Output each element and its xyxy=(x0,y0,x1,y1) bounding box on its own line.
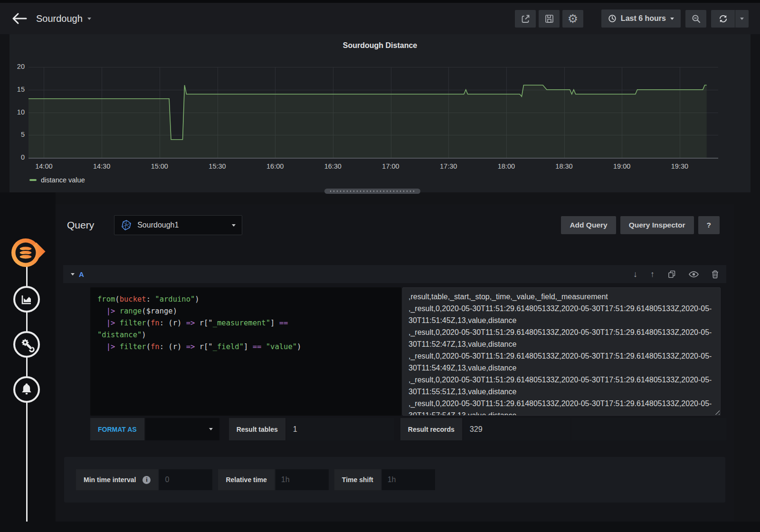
format-row-filler xyxy=(571,418,726,440)
eye-icon xyxy=(689,271,699,278)
x-axis-tick-label: 14:30 xyxy=(93,162,110,170)
y-gridline xyxy=(28,158,718,159)
refresh-interval-dropdown[interactable] xyxy=(735,10,749,28)
chevron-down-icon xyxy=(670,18,674,20)
series-area-fill xyxy=(28,85,707,158)
relative-time-group: Relative time xyxy=(218,469,328,490)
share-icon xyxy=(520,13,531,24)
relative-time-label: Relative time xyxy=(218,469,274,490)
tab-alert[interactable] xyxy=(13,376,40,403)
tab-queries[interactable] xyxy=(10,237,47,269)
panel-resize-handle[interactable] xyxy=(324,189,420,194)
x-axis-tick-label: 14:00 xyxy=(35,162,52,170)
legend-label: distance value xyxy=(41,176,85,184)
area-chart-icon xyxy=(19,292,34,307)
query-header: Query Sourdough1 Add Query Query Inspect… xyxy=(56,204,734,246)
chevron-down-icon xyxy=(232,224,236,227)
back-button[interactable] xyxy=(11,12,28,25)
query-heading: Query xyxy=(67,219,94,231)
chevron-down-icon xyxy=(740,18,744,20)
query-row-a: A ↓ ↑ xyxy=(63,265,726,440)
y-axis-labels: 05101520 xyxy=(10,67,25,158)
min-time-interval-group: Min time interval i xyxy=(76,469,212,490)
add-query-button[interactable]: Add Query xyxy=(561,216,616,234)
x-axis-tick-label: 15:30 xyxy=(209,162,226,170)
chevron-down-icon xyxy=(87,18,91,20)
dashboard-settings-button[interactable]: ⚙ xyxy=(562,10,583,28)
query-editor-region: Query Sourdough1 Add Query Query Inspect… xyxy=(56,204,734,522)
x-axis-tick-label: 18:00 xyxy=(498,162,515,170)
x-axis-tick-label: 19:00 xyxy=(613,162,630,170)
time-range-picker[interactable]: Last 6 hours xyxy=(601,10,681,28)
copy-icon xyxy=(667,270,676,278)
move-query-up-button[interactable]: ↑ xyxy=(650,269,655,279)
plot-area[interactable] xyxy=(28,67,718,158)
min-time-interval-label: Min time interval i xyxy=(76,469,158,490)
refresh-button[interactable] xyxy=(711,10,735,28)
collapse-caret-icon xyxy=(71,273,75,276)
share-button[interactable] xyxy=(515,10,536,28)
database-icon xyxy=(10,237,47,269)
time-shift-group: Time shift xyxy=(334,469,435,490)
time-range-label: Last 6 hours xyxy=(621,14,666,23)
x-axis-labels: 14:0014:3015:0015:3016:0016:3017:0017:30… xyxy=(28,162,718,172)
x-axis-tick-label: 17:30 xyxy=(440,162,457,170)
save-icon xyxy=(544,13,554,24)
format-as-select[interactable] xyxy=(145,418,219,440)
x-axis-tick-label: 18:30 xyxy=(555,162,572,170)
window-bottom-strip xyxy=(0,522,760,532)
code-line: |> filter(fn: (r) => r["_measurement"] =… xyxy=(97,317,394,329)
gear-icon: ⚙ xyxy=(568,13,578,25)
query-result-wrap xyxy=(402,287,721,416)
delete-query-button[interactable] xyxy=(712,270,719,278)
code-line: |> filter(fn: (r) => r["_field"] == "val… xyxy=(97,341,394,353)
info-icon[interactable]: i xyxy=(142,476,151,484)
duplicate-query-button[interactable] xyxy=(667,270,676,278)
panel-editor-rail xyxy=(0,192,56,532)
query-inspector-button[interactable]: Query Inspector xyxy=(620,216,694,234)
code-line: from(bucket: "arduino") xyxy=(97,294,394,305)
dashboard-title-menu[interactable]: Sourdough xyxy=(36,13,91,24)
dashboard-title: Sourdough xyxy=(36,13,83,24)
result-records-value: 329 xyxy=(463,418,570,440)
code-line: |> range($range) xyxy=(97,305,394,317)
arrow-down-icon: ↓ xyxy=(633,269,637,279)
time-shift-input[interactable] xyxy=(382,469,435,490)
query-row-actions: ↓ ↑ xyxy=(633,269,719,279)
y-axis-tick-label: 0 xyxy=(10,153,25,161)
zoom-out-button[interactable] xyxy=(685,10,706,28)
move-query-down-button[interactable]: ↓ xyxy=(633,269,637,279)
min-time-interval-input[interactable] xyxy=(159,469,212,490)
x-axis-tick-label: 15:00 xyxy=(151,162,168,170)
help-button[interactable]: ? xyxy=(698,216,720,234)
chevron-down-icon xyxy=(209,428,213,430)
y-axis-tick-label: 5 xyxy=(10,131,25,138)
y-axis-tick-label: 15 xyxy=(10,86,25,93)
datasource-picker[interactable]: Sourdough1 xyxy=(114,215,242,235)
x-axis-tick-label: 16:30 xyxy=(324,162,342,170)
tab-general[interactable] xyxy=(13,331,40,358)
refresh-split-button xyxy=(711,10,749,28)
trash-icon xyxy=(712,270,719,278)
tab-visualization[interactable] xyxy=(13,286,40,313)
query-result-textarea[interactable] xyxy=(402,287,721,416)
top-nav: Sourdough xyxy=(0,3,760,34)
legend-swatch xyxy=(29,179,37,181)
legend-item[interactable]: distance value xyxy=(29,176,85,184)
toggle-query-visibility-button[interactable] xyxy=(689,271,699,278)
relative-time-input[interactable] xyxy=(276,469,329,490)
clock-icon xyxy=(608,14,617,23)
x-axis-tick-label: 19:30 xyxy=(671,162,688,170)
query-row-header[interactable]: A ↓ ↑ xyxy=(63,265,726,283)
result-tables-label: Result tables xyxy=(229,418,285,440)
y-axis-tick-label: 10 xyxy=(10,108,25,116)
save-button[interactable] xyxy=(539,10,560,28)
flux-query-editor[interactable]: from(bucket: "arduino") |> range($range)… xyxy=(90,287,401,416)
chart-panel: Sourdough Distance 05101520 14:0014:3015… xyxy=(10,34,750,192)
x-axis-tick-label: 17:00 xyxy=(382,162,399,170)
influxdb-icon xyxy=(121,219,132,231)
refresh-icon xyxy=(718,14,728,24)
arrow-up-icon: ↑ xyxy=(650,269,655,279)
nav-actions: ⚙ Last 6 hours xyxy=(515,10,749,28)
result-records-label: Result records xyxy=(400,418,462,440)
